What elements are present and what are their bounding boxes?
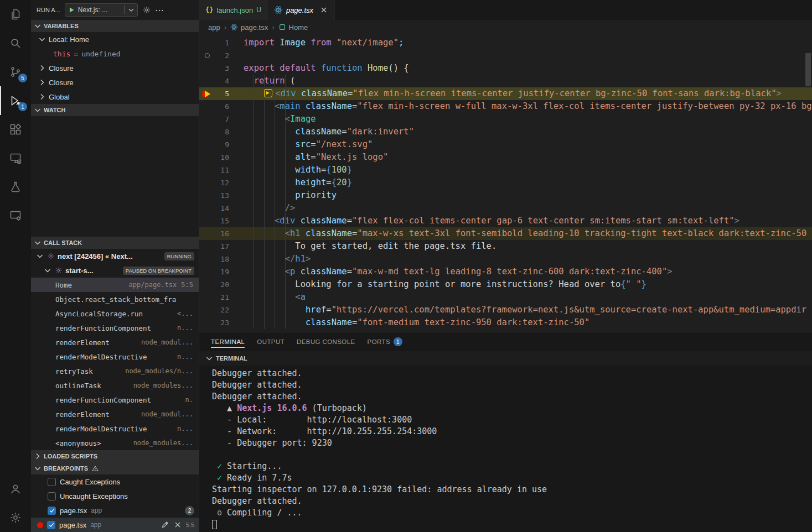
line-number[interactable]: 5: [215, 87, 229, 100]
glyph-margin[interactable]: [199, 265, 215, 278]
code-line[interactable]: 5 <div className="flex min-h-screen item…: [199, 87, 812, 100]
stack-frame[interactable]: renderFunctionComponentn...: [31, 321, 199, 335]
line-number[interactable]: 16: [215, 227, 229, 240]
code-line[interactable]: 1import Image from "next/image";: [199, 36, 812, 49]
stack-frame[interactable]: AsyncLocalStorage.run<...: [31, 306, 199, 321]
line-number[interactable]: 18: [215, 253, 229, 265]
variables-scope-local[interactable]: Local: Home: [31, 32, 199, 46]
line-number[interactable]: 15: [215, 215, 229, 227]
code-line[interactable]: 20 Looking for a starting point or more …: [199, 278, 812, 291]
line-number[interactable]: 19: [215, 265, 229, 278]
code-line[interactable]: 4 return (: [199, 75, 812, 87]
breadcrumb-app[interactable]: app: [208, 23, 220, 32]
watch-section-header[interactable]: WATCH: [31, 104, 199, 116]
remote-explorer-icon[interactable]: [0, 144, 31, 173]
breadcrumb-home[interactable]: Home: [278, 23, 308, 32]
line-number[interactable]: 11: [215, 164, 229, 176]
glyph-margin[interactable]: [199, 151, 215, 164]
testing-icon[interactable]: [0, 173, 31, 201]
breakpoints-section-header[interactable]: BREAKPOINTS: [31, 462, 199, 474]
line-number[interactable]: 20: [215, 278, 229, 291]
stack-frame[interactable]: renderElementnode_modul...: [31, 407, 199, 421]
code-line[interactable]: 7 <Image: [199, 113, 812, 126]
line-number[interactable]: 22: [215, 304, 229, 316]
glyph-margin[interactable]: [199, 202, 215, 215]
code-line[interactable]: 15 <div className="flex flex-col items-c…: [199, 215, 812, 227]
tab-launch-json[interactable]: {} launch.json U: [199, 0, 268, 20]
glyph-margin[interactable]: [199, 164, 215, 176]
glyph-margin[interactable]: [199, 36, 215, 49]
breakpoint-checkbox[interactable]: [47, 521, 55, 529]
debug-session[interactable]: next [242456] « Next...RUNNING: [31, 249, 199, 263]
variables-scope[interactable]: Closure: [31, 75, 199, 90]
line-number[interactable]: 23: [215, 316, 229, 329]
search-icon[interactable]: [0, 29, 31, 58]
line-number[interactable]: 13: [215, 189, 229, 202]
breakpoint-item[interactable]: page.tsxapp5:5: [31, 518, 199, 532]
code-line[interactable]: 22 href="https://vercel.com/templates?fr…: [199, 304, 812, 316]
code-line[interactable]: 12 height={20}: [199, 176, 812, 189]
code-line[interactable]: 17 To get started, edit the page.tsx fil…: [199, 240, 812, 253]
chevron-down-icon[interactable]: [127, 6, 135, 14]
glyph-margin[interactable]: [199, 49, 215, 62]
code-line[interactable]: 2: [199, 49, 812, 62]
variables-scope[interactable]: Global: [31, 90, 199, 104]
code-line[interactable]: 23 className="font-medium text-zinc-950 …: [199, 316, 812, 329]
stack-frame[interactable]: renderElementnode_modul...: [31, 335, 199, 350]
line-number[interactable]: 10: [215, 151, 229, 164]
breakpoint-checkbox[interactable]: [48, 478, 56, 486]
line-number[interactable]: 4: [215, 75, 229, 87]
stack-frame[interactable]: renderModelDestructiven...: [31, 421, 199, 436]
glyph-margin[interactable]: [199, 291, 215, 304]
glyph-margin[interactable]: [199, 316, 215, 329]
glyph-margin[interactable]: [199, 75, 215, 87]
line-number[interactable]: 9: [215, 138, 229, 151]
panel-tab-debug-console[interactable]: DEBUG CONSOLE: [292, 332, 360, 351]
breakpoint-item[interactable]: Caught Exceptions: [31, 474, 199, 489]
variables-section-header[interactable]: VARIABLES: [31, 20, 199, 32]
tools-window-icon[interactable]: [0, 201, 31, 230]
glyph-margin[interactable]: [199, 87, 215, 100]
stack-frame[interactable]: renderModelDestructiven...: [31, 350, 199, 364]
line-number[interactable]: 6: [215, 100, 229, 113]
tab-page-tsx[interactable]: page.tsx: [268, 0, 335, 20]
glyph-margin[interactable]: [199, 227, 215, 240]
glyph-margin[interactable]: [199, 215, 215, 227]
stack-frame[interactable]: renderFunctionComponentn.: [31, 393, 199, 407]
panel-tab-output[interactable]: OUTPUT: [252, 332, 289, 351]
glyph-margin[interactable]: [199, 278, 215, 291]
glyph-margin[interactable]: [199, 176, 215, 189]
line-number[interactable]: 14: [215, 202, 229, 215]
source-control-icon[interactable]: 5: [0, 58, 31, 86]
line-number[interactable]: 1: [215, 36, 229, 49]
line-number[interactable]: 7: [215, 113, 229, 126]
glyph-margin[interactable]: [199, 189, 215, 202]
more-actions-icon[interactable]: ···: [156, 6, 164, 14]
terminal-section-header[interactable]: TERMINAL: [199, 351, 812, 366]
glyph-margin[interactable]: [199, 304, 215, 316]
glyph-margin[interactable]: [199, 126, 215, 138]
extensions-icon[interactable]: [0, 115, 31, 144]
gear-icon[interactable]: [142, 6, 151, 14]
glyph-margin[interactable]: [199, 113, 215, 126]
glyph-margin[interactable]: [199, 253, 215, 265]
code-line[interactable]: 13 priority: [199, 189, 812, 202]
stack-frame[interactable]: <anonymous>node_modules...: [31, 436, 199, 450]
remove-breakpoint-icon[interactable]: [173, 520, 182, 529]
close-icon[interactable]: [319, 6, 328, 14]
glyph-margin[interactable]: [199, 240, 215, 253]
code-editor[interactable]: 1import Image from "next/image";23export…: [199, 34, 812, 332]
code-line[interactable]: 18 </h1>: [199, 253, 812, 265]
line-number[interactable]: 2: [215, 49, 229, 62]
start-debugging-icon[interactable]: [68, 6, 75, 14]
stack-frame[interactable]: Homeapp/page.tsx5:5: [31, 278, 199, 292]
glyph-margin[interactable]: [199, 100, 215, 113]
code-line[interactable]: 11 width={100}: [199, 164, 812, 176]
explorer-icon[interactable]: [0, 0, 31, 29]
debug-session[interactable]: start-s...PAUSED ON BREAKPOINT: [31, 263, 199, 278]
breakpoint-item[interactable]: Uncaught Exceptions: [31, 489, 199, 503]
code-line[interactable]: 10 alt="Next.js logo": [199, 151, 812, 164]
breadcrumb-page-tsx[interactable]: page.tsx: [230, 23, 268, 32]
debug-config-picker[interactable]: Next.js: ...: [65, 3, 138, 17]
code-line[interactable]: 19 <p className="max-w-md text-lg leadin…: [199, 265, 812, 278]
